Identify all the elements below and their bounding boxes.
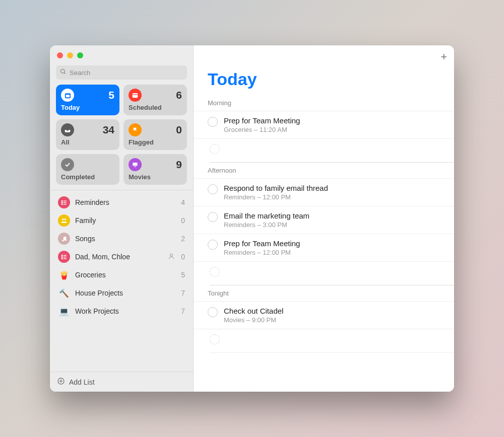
svg-line-1 — [64, 72, 66, 74]
minimize-window-button[interactable] — [67, 52, 73, 58]
list-item[interactable]: 🍟 Groceries 5 — [50, 266, 193, 284]
list-item[interactable]: Dad, Mom, Chloe 0 — [50, 248, 193, 266]
list-item[interactable]: Family 0 — [50, 211, 193, 230]
card-completed[interactable]: Completed — [56, 154, 119, 185]
list-item[interactable]: 🔨 House Projects 7 — [50, 284, 193, 302]
svg-point-14 — [62, 218, 64, 221]
list-item[interactable]: Reminders 4 — [50, 193, 193, 211]
svg-rect-3 — [66, 95, 70, 97]
task-row[interactable]: Email the marketing team Reminders – 3:0… — [194, 206, 454, 234]
card-label: Flagged — [129, 138, 182, 146]
svg-point-17 — [65, 239, 66, 241]
add-reminder-button[interactable]: + — [440, 50, 447, 63]
list-name: Family — [75, 216, 176, 225]
svg-point-16 — [62, 240, 64, 241]
svg-point-22 — [61, 256, 62, 257]
list-count: 0 — [181, 216, 185, 225]
card-scheduled[interactable]: 6 Scheduled — [123, 85, 187, 115]
main-panel: + Today Morning Prep for Team Meeting Gr… — [194, 45, 454, 392]
laptop-icon: 💻 — [58, 305, 70, 317]
list-icon — [58, 196, 70, 208]
window-controls — [50, 45, 193, 63]
add-list-button[interactable]: Add List — [50, 372, 193, 392]
task-row[interactable]: Prep for Team Meeting Reminders – 12:00 … — [194, 234, 454, 262]
card-count: 5 — [108, 89, 114, 101]
task-row[interactable]: Check out Citadel Movies – 9:00 PM — [194, 302, 454, 329]
card-today[interactable]: 5 Today — [56, 85, 119, 115]
list-count: 2 — [181, 235, 185, 243]
page-title: Today — [194, 45, 454, 95]
card-label: Today — [61, 104, 114, 111]
list-name: Dad, Mom, Chloe — [75, 253, 163, 261]
svg-point-21 — [61, 255, 62, 256]
task-subtitle: Groceries – 11:20 AM — [224, 126, 444, 133]
svg-point-23 — [61, 258, 62, 259]
task-sections: Morning Prep for Team Meeting Groceries … — [194, 95, 454, 392]
list-name: Songs — [75, 235, 176, 243]
list-count: 5 — [181, 271, 185, 279]
list-name: Reminders — [75, 198, 176, 206]
task-title: Check out Citadel — [224, 307, 444, 315]
svg-rect-4 — [133, 93, 138, 98]
card-movies[interactable]: 9 Movies — [123, 154, 187, 185]
card-count: 0 — [176, 124, 182, 136]
svg-point-24 — [170, 254, 173, 256]
task-row[interactable]: Prep for Team Meeting Groceries – 11:20 … — [194, 111, 454, 139]
add-task-placeholder[interactable] — [210, 144, 220, 154]
card-label: Movies — [129, 173, 182, 181]
task-row[interactable]: Respond to family email thread Reminders… — [194, 179, 454, 206]
search-input[interactable]: Search — [56, 65, 187, 80]
add-task-placeholder[interactable] — [210, 267, 220, 277]
check-icon — [61, 158, 74, 171]
search-icon — [60, 68, 67, 77]
list-count: 7 — [181, 307, 185, 315]
hammer-icon: 🔨 — [58, 287, 70, 299]
card-all[interactable]: 34 All — [56, 119, 119, 150]
list-name: Groceries — [75, 271, 176, 279]
task-subtitle: Reminders – 12:00 PM — [224, 249, 444, 256]
plus-circle-icon — [57, 377, 65, 387]
card-count: 9 — [176, 159, 182, 171]
list-count: 7 — [181, 289, 185, 297]
flag-icon — [129, 123, 142, 136]
svg-point-11 — [61, 200, 62, 201]
task-subtitle: Reminders – 12:00 PM — [224, 193, 444, 201]
tray-icon — [61, 123, 74, 136]
card-label: Scheduled — [129, 104, 182, 111]
section-header: Morning — [194, 95, 454, 111]
task-checkbox[interactable] — [208, 240, 218, 250]
list-icon — [58, 251, 70, 263]
svg-point-13 — [61, 203, 62, 204]
app-window: Search 5 Today 6 — [50, 45, 454, 392]
smart-list-cards: 5 Today 6 Scheduled — [50, 85, 193, 190]
svg-rect-6 — [133, 163, 137, 166]
svg-point-0 — [61, 69, 65, 74]
card-count: 34 — [103, 124, 114, 136]
list-name: House Projects — [75, 289, 176, 297]
task-title: Email the marketing team — [224, 211, 444, 220]
svg-point-12 — [61, 202, 62, 203]
close-window-button[interactable] — [57, 52, 63, 58]
people-icon — [58, 214, 70, 227]
music-icon — [58, 233, 70, 245]
list-item[interactable]: Songs 2 — [50, 230, 193, 248]
task-checkbox[interactable] — [208, 184, 218, 194]
sidebar: Search 5 Today 6 — [50, 45, 194, 392]
task-title: Respond to family email thread — [224, 184, 444, 192]
shared-icon — [168, 253, 175, 261]
list-item[interactable]: 💻 Work Projects 7 — [50, 302, 193, 320]
add-task-placeholder[interactable] — [210, 334, 220, 344]
task-checkbox[interactable] — [208, 307, 218, 317]
task-checkbox[interactable] — [208, 117, 218, 127]
user-lists: Reminders 4 Family 0 Songs 2 — [50, 190, 193, 372]
task-title: Prep for Team Meeting — [224, 116, 444, 125]
task-checkbox[interactable] — [208, 212, 218, 222]
search-placeholder: Search — [70, 69, 90, 77]
task-subtitle: Movies – 9:00 PM — [224, 316, 444, 324]
card-flagged[interactable]: 0 Flagged — [123, 119, 187, 150]
fullscreen-window-button[interactable] — [77, 52, 83, 58]
task-title: Prep for Team Meeting — [224, 239, 444, 248]
calendar-today-icon — [61, 89, 74, 102]
task-subtitle: Reminders – 3:00 PM — [224, 221, 444, 229]
card-label: Completed — [61, 173, 114, 181]
